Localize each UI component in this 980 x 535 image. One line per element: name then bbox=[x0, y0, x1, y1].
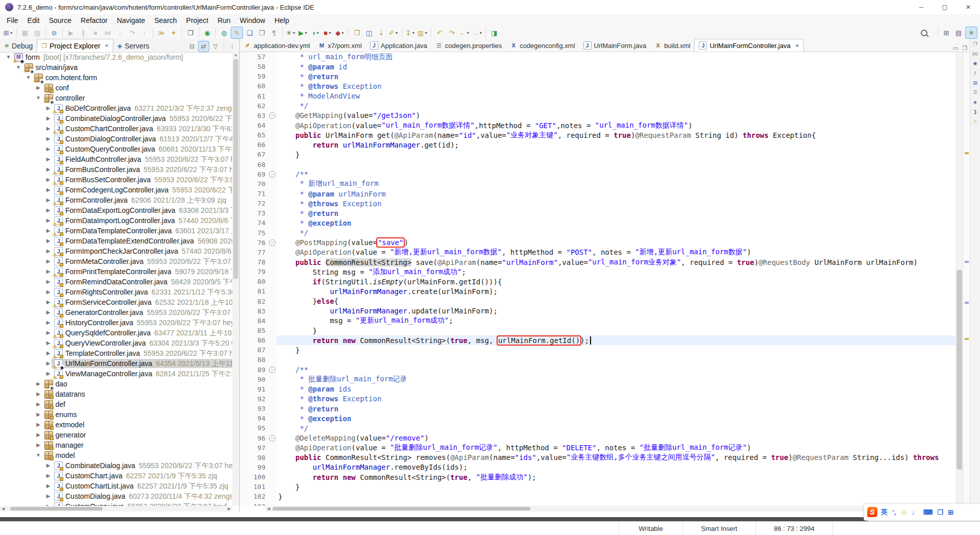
code-line[interactable]: 89− /** bbox=[240, 365, 955, 375]
code-line[interactable]: 81 urlMainFormManager.create(urlMainForm… bbox=[240, 286, 955, 296]
code-line[interactable]: 79 String msg = "添加url_main_form成功"; bbox=[240, 267, 955, 277]
tree-item[interactable]: ▶J⚠CustomChartController.java63933 2021/… bbox=[0, 124, 232, 134]
chevron-right-icon[interactable]: ▶ bbox=[45, 491, 52, 501]
scrollbar-track[interactable] bbox=[272, 506, 949, 511]
variables-view-icon[interactable]: (x) bbox=[971, 50, 979, 58]
team-share-icon[interactable]: ◫ bbox=[363, 27, 375, 38]
chevron-right-icon[interactable]: ▶ bbox=[45, 113, 52, 124]
tree-item[interactable]: ▶extmodel bbox=[0, 420, 232, 430]
tree-item[interactable]: ▶enums bbox=[0, 409, 232, 420]
code-line[interactable]: 82 }else{ bbox=[240, 297, 955, 306]
chevron-right-icon[interactable]: ▶ bbox=[45, 358, 52, 369]
code-line[interactable]: 71 * @param urlMainForm bbox=[240, 189, 955, 199]
tab-urlmainform-java[interactable]: JUrlMainForm.java bbox=[579, 39, 651, 52]
minimize-view-icon[interactable]: ▭ bbox=[953, 45, 958, 52]
tab-application-dev-yml[interactable]: ✐application-dev.yml bbox=[240, 39, 314, 52]
tree-item[interactable]: ▶JFieldAuthController.java55953 2020/6/2… bbox=[0, 154, 232, 164]
emoji-icon[interactable]: ☺ bbox=[900, 508, 907, 516]
chevron-right-icon[interactable]: ▶ bbox=[45, 236, 52, 246]
chevron-right-icon[interactable]: ▶ bbox=[45, 205, 52, 215]
tab-servers[interactable]: ◈Servers bbox=[113, 39, 153, 52]
chevron-right-icon[interactable]: ▶ bbox=[45, 256, 52, 266]
code-line[interactable]: 78 public CommonResult<String> save(@Api… bbox=[240, 257, 955, 267]
menu-refactor[interactable]: Refactor bbox=[76, 14, 112, 27]
tree-item[interactable]: ▶J⚠FormBusController.java55953 2020/6/22… bbox=[0, 164, 232, 175]
code-line[interactable]: 100 return new CommonResult<String>(true… bbox=[240, 472, 955, 482]
code-line[interactable]: 74 * @exception bbox=[240, 218, 955, 228]
scrollbar-thumb[interactable] bbox=[957, 270, 962, 470]
code-line[interactable]: 94 * @exception bbox=[240, 414, 955, 423]
code-line[interactable]: 86 return new CommonResult<String>(true,… bbox=[240, 335, 955, 345]
skip-breakpoints-icon[interactable]: ⊘ bbox=[48, 27, 60, 38]
code-line[interactable]: 63− @GetMapping(value="/getJson") bbox=[240, 111, 955, 120]
minimize-button[interactable]: ─ bbox=[910, 0, 933, 14]
skin-icon[interactable]: ❒ bbox=[937, 508, 943, 516]
chevron-right-icon[interactable]: ▶ bbox=[45, 471, 52, 481]
code-line[interactable]: 65 public UrlMainForm get(@ApiParam(name… bbox=[240, 130, 955, 140]
tab-debug[interactable]: ✳Debug bbox=[0, 39, 37, 52]
open-element-icon[interactable]: ❒ bbox=[185, 27, 196, 38]
tree-item[interactable]: ▶JCombinateDialogController.java55953 20… bbox=[0, 113, 232, 124]
code-line[interactable]: 103 bbox=[240, 501, 955, 506]
tab-urlmainformcontroller-java[interactable]: JUrlMainFormController.java✕ bbox=[694, 39, 804, 52]
tab-pom-xml[interactable]: Mx7/pom.xml bbox=[314, 39, 365, 52]
scrollbar-thumb[interactable] bbox=[10, 507, 103, 510]
debug-launch-icon[interactable]: ✳▼ bbox=[285, 27, 297, 38]
code-line[interactable]: 68 bbox=[240, 160, 955, 169]
tree-item[interactable]: ▶JCustomDialog.java60273 2020/11/4 下午4:3… bbox=[0, 491, 232, 501]
mark-occurrences-icon[interactable]: ✎ bbox=[231, 27, 243, 39]
code-line[interactable]: 66 return urlMainFormManager.get(id); bbox=[240, 140, 955, 150]
chevron-right-icon[interactable]: ▶ bbox=[35, 430, 42, 440]
chevron-right-icon[interactable]: ▶ bbox=[45, 124, 52, 134]
tree-item[interactable]: ▶datatrans bbox=[0, 389, 232, 399]
code-line[interactable]: 58 * @param id bbox=[240, 62, 955, 71]
tree-item[interactable]: ▶J⚠FormBusSetController.java55953 2020/6… bbox=[0, 175, 232, 185]
chevron-down-icon[interactable]: ▼ bbox=[5, 52, 12, 62]
keyboard-icon[interactable]: ⌨ bbox=[923, 508, 933, 516]
tree-horizontal-scrollbar[interactable]: ◀ ▶ bbox=[0, 506, 232, 512]
breakpoints-view-icon[interactable]: ◉ bbox=[971, 59, 979, 67]
tab-codegen-properties[interactable]: ☰codegen.properties bbox=[431, 39, 506, 52]
chevron-right-icon[interactable]: ▶ bbox=[35, 379, 42, 389]
disconnect-icon[interactable]: ⋈ bbox=[102, 27, 113, 38]
outline-view-icon[interactable]: ☰ bbox=[971, 88, 979, 96]
tree-item[interactable]: ▶J⚠FormImportCheckJarController.java5744… bbox=[0, 246, 232, 256]
punctuation-icon[interactable]: ʼ, bbox=[892, 508, 896, 516]
tree-item[interactable]: ▼M⚠∗form[boot] [x7/branches/7.2.6_demo_j… bbox=[0, 52, 232, 62]
tree-item[interactable]: ▶J⚠QueryViewController.java63304 2021/3/… bbox=[0, 338, 232, 348]
scrollbar-track[interactable] bbox=[6, 506, 226, 511]
chevron-right-icon[interactable]: ▶ bbox=[45, 460, 52, 471]
start-server-icon[interactable]: ◉ bbox=[202, 27, 213, 38]
overview-ruler[interactable] bbox=[963, 52, 970, 506]
suspend-icon[interactable]: ∥ bbox=[78, 27, 89, 38]
run-last-launched-icon[interactable]: ≫ bbox=[156, 27, 167, 38]
tree-item[interactable]: ▶J⚠FormServiceController.java62532 2021/… bbox=[0, 297, 232, 307]
maven-update-icon[interactable]: ◍ bbox=[218, 27, 230, 38]
tree-item[interactable]: ▼⚠∗src/main/java bbox=[0, 62, 232, 72]
maximize-view-icon[interactable]: ❐ bbox=[962, 45, 967, 52]
menu-search[interactable]: Search bbox=[150, 14, 181, 27]
menu-edit[interactable]: Edit bbox=[23, 14, 44, 27]
maximize-button[interactable]: ▢ bbox=[933, 0, 957, 14]
chevron-right-icon[interactable]: ▶ bbox=[35, 409, 42, 420]
save-all-icon[interactable]: ▤ bbox=[32, 27, 43, 38]
chevron-down-icon[interactable]: ▼ bbox=[35, 93, 42, 103]
new-class-icon[interactable]: ❏ bbox=[244, 27, 255, 38]
tree-item[interactable]: ▼⚠∗com.hotent.form bbox=[0, 72, 232, 83]
stop-launch-icon[interactable]: ■▼ bbox=[322, 27, 333, 38]
filter-icon[interactable]: ▽ bbox=[210, 41, 220, 52]
code-line[interactable]: 91 * @param ids bbox=[240, 384, 955, 394]
code-line[interactable]: 75 */ bbox=[240, 228, 955, 238]
tree-item[interactable]: ▶J⚠QuerySqldefController.java63477 2021/… bbox=[0, 328, 232, 338]
debug-perspective-icon[interactable]: ✳ bbox=[965, 27, 977, 39]
menu-run[interactable]: Run bbox=[213, 14, 235, 27]
tree-item[interactable]: ▶J⚠TemplateController.java55953 2020/6/2… bbox=[0, 348, 232, 358]
coverage-launch-icon[interactable]: ◑▼ bbox=[310, 27, 321, 38]
restore-views-icon[interactable]: ❐ bbox=[971, 40, 979, 48]
terminate-icon[interactable]: ■ bbox=[90, 27, 101, 38]
code-line[interactable]: 87 } bbox=[240, 345, 955, 355]
code-editor[interactable]: 57 * url_main_form明细页面58 * @param id59 *… bbox=[240, 52, 955, 506]
console-view-icon[interactable]: ❯ bbox=[971, 108, 979, 116]
tree-item[interactable]: ▶J⚠FormController.java62906 2021/1/28 上午… bbox=[0, 195, 232, 205]
view-menu-icon[interactable]: ⁝ bbox=[227, 41, 237, 52]
